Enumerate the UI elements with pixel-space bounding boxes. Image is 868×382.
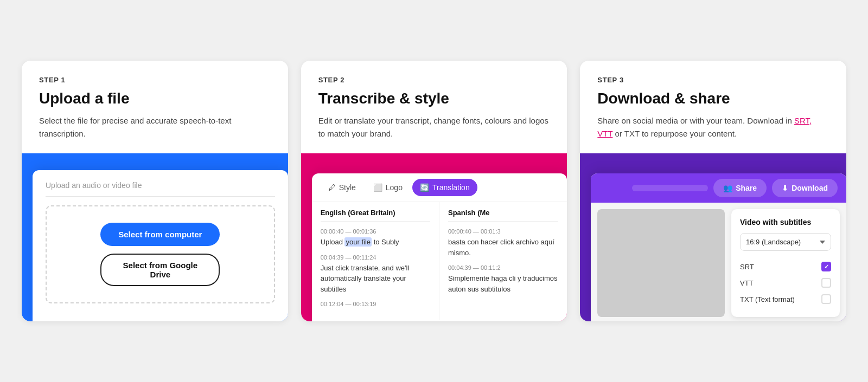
step3-toolbar: 👥 Share ⬇ Download <box>591 173 846 203</box>
share-button[interactable]: 👥 Share <box>713 179 767 197</box>
transcript-col-es: Spanish (Me 00:00:40 — 00:01:3 basta con… <box>439 202 567 320</box>
step3-label: STEP 3 <box>597 76 829 84</box>
tab-translation-label: Translation <box>432 183 470 192</box>
translation-icon: 🔄 <box>420 183 429 192</box>
transcript-entry-1-es: 00:00:40 — 00:01:3 basta con hacer click… <box>448 228 558 258</box>
step1-visual: Upload an audio or video file Select fro… <box>22 153 288 321</box>
tab-bar: 🖊 Style ⬜ Logo 🔄 Translation <box>312 173 567 202</box>
dropdown-title: Video with subtitles <box>740 218 831 226</box>
step2-label: STEP 2 <box>318 76 550 84</box>
step3-card: STEP 3 Download & share Share on social … <box>580 61 846 321</box>
srt-label: SRT <box>740 263 754 271</box>
download-options-panel: Video with subtitles 16:9 (Landscape) SR… <box>731 209 840 317</box>
style-icon: 🖊 <box>328 183 336 192</box>
share-icon: 👥 <box>723 184 732 192</box>
step1-title: Upload a file <box>39 89 271 108</box>
step1-desc: Select the file for precise and accurate… <box>39 114 271 140</box>
time-1-es: 00:00:40 — 00:01:3 <box>448 228 558 235</box>
select-computer-button[interactable]: Select from computer <box>100 223 220 246</box>
col-es-header: Spanish (Me <box>448 209 558 222</box>
txt-checkbox[interactable] <box>821 294 831 304</box>
transcript-entry-2-en: 00:04:39 — 00:11:24 Just click translate… <box>321 254 430 295</box>
step3-panel: 👥 Share ⬇ Download Video with subtitles … <box>591 173 846 321</box>
time-1-en: 00:00:40 — 00:01:36 <box>321 228 430 235</box>
transcript-entry-3-en: 00:12:04 — 00:13:19 <box>321 301 430 307</box>
share-label: Share <box>736 184 757 192</box>
highlight-your-file: your file <box>344 237 372 247</box>
video-preview <box>597 209 725 317</box>
step3-title: Download & share <box>597 89 829 108</box>
tab-logo-label: Logo <box>386 183 403 192</box>
format-txt: TXT (Text format) <box>740 291 831 307</box>
format-srt: SRT <box>740 258 831 275</box>
transcript-entry-1-en: 00:00:40 — 00:01:36 Upload your file to … <box>321 228 430 248</box>
upload-dropzone: Select from computer Select from Google … <box>46 205 275 303</box>
download-icon: ⬇ <box>782 184 788 192</box>
step1-panel: Upload an audio or video file Select fro… <box>33 170 288 321</box>
step2-title: Transcribe & style <box>318 89 550 108</box>
srt-checkbox[interactable] <box>821 262 831 271</box>
transcript-entry-2-es: 00:04:39 — 00:11:2 Simplemente haga cli … <box>448 264 558 294</box>
step3-desc: Share on social media or with your team.… <box>597 114 829 140</box>
step2-card: STEP 2 Transcribe & style Edit or transl… <box>301 61 567 321</box>
upload-header: Upload an audio or video file <box>46 181 275 197</box>
transcript-col-en: English (Great Britain) 00:00:40 — 00:01… <box>312 202 439 320</box>
tab-style[interactable]: 🖊 Style <box>321 179 363 196</box>
txt-label: TXT (Text format) <box>740 295 795 303</box>
time-3-en: 00:12:04 — 00:13:19 <box>321 301 430 307</box>
step2-visual: 🖊 Style ⬜ Logo 🔄 Translation English (Gr… <box>301 153 567 321</box>
steps-container: STEP 1 Upload a file Select the file for… <box>22 61 846 321</box>
step2-text: STEP 2 Transcribe & style Edit or transl… <box>301 61 567 153</box>
logo-icon: ⬜ <box>373 183 382 192</box>
text-1-es: basta con hacer click archivo aquí mismo… <box>448 237 558 258</box>
step1-label: STEP 1 <box>39 76 271 84</box>
step1-text: STEP 1 Upload a file Select the file for… <box>22 61 288 153</box>
tab-logo[interactable]: ⬜ Logo <box>366 179 410 196</box>
text-1-en: Upload your file to Subly <box>321 237 430 248</box>
time-2-es: 00:04:39 — 00:11:2 <box>448 264 558 271</box>
aspect-ratio-select[interactable]: 16:9 (Landscape) <box>740 233 831 251</box>
srt-vtt-link[interactable]: SRT, VTT <box>597 116 812 138</box>
step3-content: Video with subtitles 16:9 (Landscape) SR… <box>591 203 846 321</box>
format-vtt: VTT <box>740 275 831 291</box>
transcript-table: English (Great Britain) 00:00:40 — 00:01… <box>312 202 567 320</box>
download-button[interactable]: ⬇ Download <box>772 179 838 197</box>
step1-card: STEP 1 Upload a file Select the file for… <box>22 61 288 321</box>
step3-visual: 👥 Share ⬇ Download Video with subtitles … <box>580 153 846 321</box>
tab-style-label: Style <box>339 183 356 192</box>
vtt-checkbox[interactable] <box>821 278 831 288</box>
step3-text: STEP 3 Download & share Share on social … <box>580 61 846 153</box>
tab-translation[interactable]: 🔄 Translation <box>412 179 477 196</box>
select-drive-button[interactable]: Select from Google Drive <box>100 254 220 286</box>
time-2-en: 00:04:39 — 00:11:24 <box>321 254 430 261</box>
step2-desc: Edit or translate your transcript, chang… <box>318 114 550 140</box>
toolbar-spacer <box>632 185 708 191</box>
text-2-en: Just click translate, and we'll automati… <box>321 263 430 295</box>
vtt-label: VTT <box>740 279 754 287</box>
download-label: Download <box>792 184 828 192</box>
text-2-es: Simplemente haga cli y traducimos auton … <box>448 273 558 294</box>
step2-panel: 🖊 Style ⬜ Logo 🔄 Translation English (Gr… <box>312 173 567 321</box>
col-en-header: English (Great Britain) <box>321 209 430 222</box>
